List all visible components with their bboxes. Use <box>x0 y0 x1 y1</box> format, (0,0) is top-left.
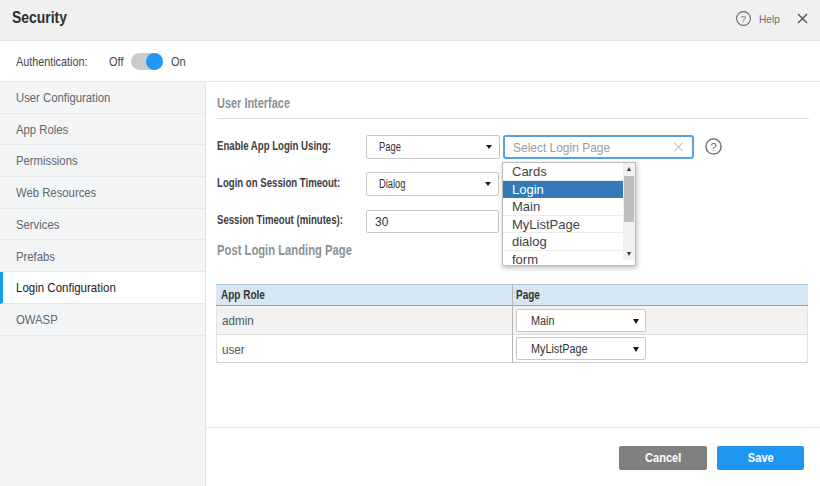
svg-text:?: ? <box>710 141 716 153</box>
svg-text:?: ? <box>741 13 746 24</box>
